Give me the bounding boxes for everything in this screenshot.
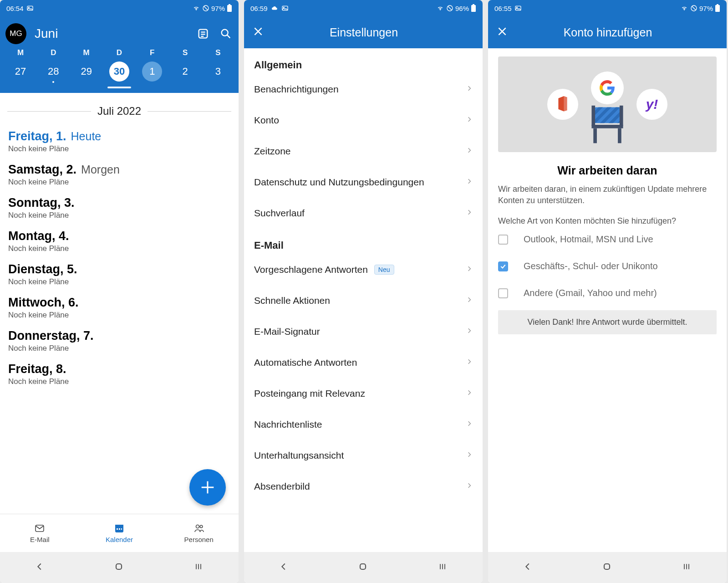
agenda-day[interactable]: Freitag, 8.Noch keine Pläne (8, 354, 230, 387)
agenda-subtitle: Noch keine Pläne (8, 376, 230, 386)
settings-row[interactable]: Automatische Antworten (254, 347, 473, 378)
svg-rect-50 (618, 128, 621, 143)
agenda-day[interactable]: Samstag, 2.MorgenNoch keine Pläne (8, 154, 230, 188)
svg-rect-17 (119, 528, 120, 530)
agenda-date: Dienstag, 5. (8, 262, 77, 276)
illustration: y! (498, 56, 717, 152)
settings-row[interactable]: Vorgeschlagene AntwortenNeu (254, 254, 473, 285)
svg-rect-46 (591, 106, 595, 126)
date-cell[interactable]: 29 (74, 61, 99, 82)
svg-rect-28 (471, 5, 476, 12)
chevron-right-icon (466, 419, 473, 430)
date-cell[interactable]: 3 (206, 61, 230, 82)
chevron-right-icon (466, 388, 473, 399)
wip-body: Wir arbeiten daran, in einem zukünftigen… (498, 184, 717, 206)
nav-back-icon[interactable] (279, 562, 289, 573)
section-email: E-Mail (254, 229, 473, 254)
agenda-date: Sonntag, 3. (8, 196, 75, 210)
screen-settings: 06:59 96% Einstellungen Allgemein Benach… (244, 0, 483, 583)
yahoo-icon: y! (636, 89, 667, 120)
settings-label: Vorgeschlagene Antworten (254, 264, 368, 275)
date-cell[interactable]: 2 (173, 61, 198, 82)
svg-rect-32 (360, 564, 366, 569)
settings-row[interactable]: Schnelle Aktionen (254, 285, 473, 316)
settings-row[interactable]: E-Mail-Signatur (254, 316, 473, 347)
weekday-head: S (173, 48, 198, 57)
agenda-list[interactable]: Freitag, 1.HeuteNoch keine PläneSamstag,… (0, 121, 239, 514)
wip-heading: Wir arbeiten daran (498, 152, 717, 184)
chevron-right-icon (466, 326, 473, 338)
svg-rect-39 (715, 5, 720, 12)
weekday-head: F (140, 48, 164, 57)
agenda-view-icon[interactable] (196, 27, 210, 40)
account-option[interactable]: Outlook, Hotmail, MSN und Live (498, 226, 717, 253)
status-bar: 06:59 96% (244, 0, 483, 16)
search-icon[interactable] (219, 27, 233, 40)
chevron-right-icon (466, 83, 473, 95)
settings-row[interactable]: Posteingang mit Relevanz (254, 378, 473, 409)
settings-label: E-Mail-Signatur (254, 326, 320, 337)
settings-row[interactable]: Suchverlauf (254, 198, 473, 229)
screenshot-icon (26, 5, 34, 12)
date-cell[interactable]: 28 (41, 61, 66, 82)
svg-rect-3 (227, 5, 232, 12)
settings-row[interactable]: Zeitzone (254, 136, 473, 167)
nav-home-icon[interactable] (113, 561, 124, 574)
settings-row[interactable]: Benachrichtigungen (254, 74, 473, 105)
month-title[interactable]: Juni (35, 26, 188, 41)
nav-home-icon[interactable] (357, 561, 368, 574)
status-battery: 96% (455, 5, 469, 12)
checkbox[interactable] (498, 288, 508, 298)
agenda-date: Mittwoch, 6. (8, 296, 79, 310)
agenda-day[interactable]: Dienstag, 5.Noch keine Pläne (8, 254, 230, 287)
nav-recent-icon[interactable] (681, 562, 692, 573)
weekday-head: D (41, 48, 66, 57)
option-label: Andere (Gmail, Yahoo und mehr) (524, 288, 657, 298)
android-navbar (244, 552, 483, 583)
avatar[interactable]: MG (5, 23, 26, 44)
chevron-right-icon (466, 176, 473, 188)
settings-label: Benachrichtigungen (254, 84, 339, 95)
status-time: 06:54 (6, 5, 24, 12)
settings-row[interactable]: Konto (254, 105, 473, 136)
agenda-day[interactable]: Donnerstag, 7.Noch keine Pläne (8, 321, 230, 354)
drag-handle[interactable] (107, 87, 131, 88)
agenda-day[interactable]: Freitag, 1.HeuteNoch keine Pläne (8, 121, 230, 154)
settings-row[interactable]: Datenschutz und Nutzungsbedingungen (254, 167, 473, 198)
date-cell[interactable]: 30 (107, 61, 132, 82)
nav-home-icon[interactable] (601, 561, 612, 574)
add-event-fab[interactable] (189, 469, 226, 506)
status-time: 06:59 (250, 5, 268, 12)
option-label: Geschäfts-, Schul- oder Unikonto (524, 261, 658, 271)
tab-calendar[interactable]: Kalender (80, 514, 159, 552)
agenda-subtitle: Noch keine Pläne (8, 343, 230, 353)
tab-people[interactable]: Personen (159, 514, 239, 552)
agenda-day[interactable]: Sonntag, 3.Noch keine Pläne (8, 188, 230, 221)
nav-back-icon[interactable] (523, 562, 533, 573)
account-option[interactable]: Andere (Gmail, Yahoo und mehr) (498, 280, 717, 307)
agenda-day[interactable]: Mittwoch, 6.Noch keine Pläne (8, 287, 230, 321)
nav-back-icon[interactable] (35, 562, 45, 573)
divider-month-label: Juli 2022 (97, 105, 141, 118)
svg-point-20 (200, 525, 203, 528)
settings-row[interactable]: Nachrichtenliste (254, 409, 473, 440)
checkbox[interactable] (498, 261, 508, 271)
agenda-day[interactable]: Montag, 4.Noch keine Pläne (8, 221, 230, 254)
nav-recent-icon[interactable] (437, 562, 448, 573)
svg-rect-48 (591, 125, 623, 128)
nav-recent-icon[interactable] (193, 562, 204, 573)
settings-row[interactable]: Absenderbild (254, 471, 473, 502)
account-option[interactable]: Geschäfts-, Schul- oder Unikonto (498, 253, 717, 280)
svg-rect-15 (115, 525, 123, 527)
wifi-icon (436, 5, 444, 11)
agenda-date: Freitag, 1. (8, 129, 66, 143)
date-cell[interactable]: 27 (8, 61, 33, 82)
settings-row[interactable]: Unterhaltungsansicht (254, 440, 473, 471)
checkbox[interactable] (498, 235, 508, 245)
agenda-date: Freitag, 8. (8, 362, 66, 376)
date-cell[interactable]: 1 (140, 61, 164, 82)
weekday-head: M (8, 48, 33, 57)
svg-point-9 (222, 30, 228, 36)
tab-email[interactable]: E-Mail (0, 514, 80, 552)
battery-icon (715, 4, 720, 12)
